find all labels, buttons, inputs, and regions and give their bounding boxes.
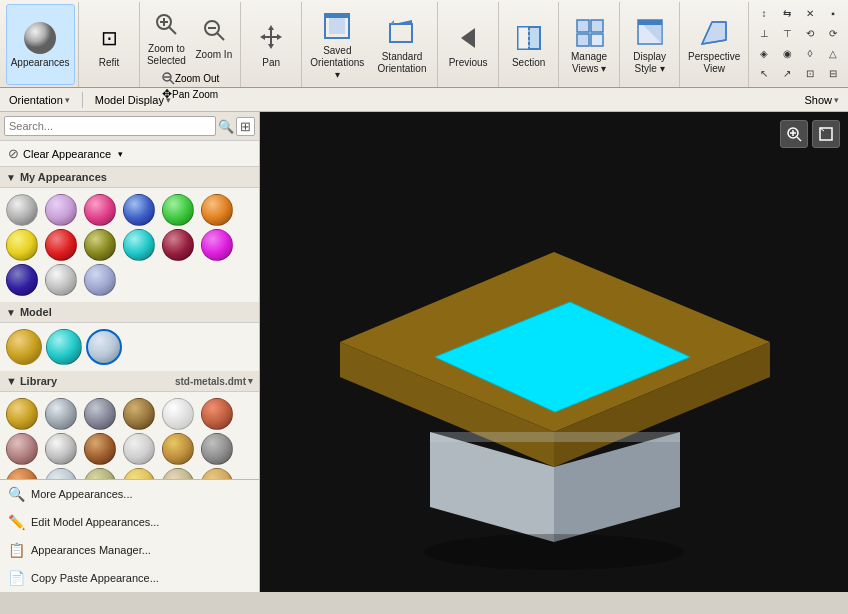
model-display-dropdown[interactable]: Model Display ▾ bbox=[90, 92, 176, 108]
orientation-dropdown[interactable]: Orientation ▾ bbox=[4, 92, 75, 108]
view-toggle-button[interactable]: ⊞ bbox=[236, 117, 255, 136]
perspective-button[interactable]: PerspectiveView bbox=[684, 4, 744, 85]
lib-ball-aluminum[interactable] bbox=[123, 433, 155, 465]
svg-marker-14 bbox=[461, 28, 475, 48]
lib-ball-steel[interactable] bbox=[84, 398, 116, 430]
lib-ball-chrome[interactable] bbox=[45, 433, 77, 465]
ball-light-silver[interactable] bbox=[45, 264, 77, 296]
ball-blue-gray[interactable] bbox=[84, 264, 116, 296]
more-appearances-item[interactable]: 🔍 More Appearances... bbox=[0, 480, 259, 508]
svg-rect-13 bbox=[390, 24, 412, 42]
zoom-fit-btn[interactable] bbox=[780, 120, 808, 148]
ball-silver[interactable] bbox=[6, 194, 38, 226]
tr-btn-2[interactable]: ⇆ bbox=[776, 4, 798, 22]
panel-scroll: ▼ My Appearances bbox=[0, 167, 259, 479]
lib-ball-gray[interactable] bbox=[201, 433, 233, 465]
tr-btn-8[interactable]: ⟳ bbox=[822, 24, 844, 42]
model-ball-blue-gray[interactable] bbox=[86, 329, 122, 365]
standard-orientation-button[interactable]: StandardOrientation bbox=[371, 4, 434, 85]
tr-btn-1[interactable]: ↕ bbox=[753, 4, 775, 22]
zoom-to-selected-button[interactable]: Zoom toSelected bbox=[144, 4, 189, 69]
tr-btn-5[interactable]: ⊥ bbox=[753, 24, 775, 42]
lib-ball-gold[interactable] bbox=[6, 398, 38, 430]
lib-ball-bronze2[interactable] bbox=[201, 468, 233, 479]
ball-pink[interactable] bbox=[84, 194, 116, 226]
appearances-manager-item[interactable]: 📋 Appearances Manager... bbox=[0, 536, 259, 564]
ball-olive[interactable] bbox=[84, 229, 116, 261]
model-ball-gold[interactable] bbox=[6, 329, 42, 365]
lib-ball-blue-steel[interactable] bbox=[45, 468, 77, 479]
section-button[interactable]: Section bbox=[503, 4, 555, 85]
svg-point-39 bbox=[424, 534, 684, 570]
tr-btn-3[interactable]: ✕ bbox=[799, 4, 821, 22]
ball-dark-red[interactable] bbox=[162, 229, 194, 261]
model-ball-cyan[interactable] bbox=[46, 329, 82, 365]
model-section-header[interactable]: ▼ Model bbox=[0, 302, 259, 323]
tr-btn-6[interactable]: ⊤ bbox=[776, 24, 798, 42]
tr-btn-16[interactable]: ⊟ bbox=[822, 64, 844, 82]
saved-orientations-button[interactable]: SavedOrientations ▾ bbox=[306, 4, 369, 85]
copy-paste-appearance-item[interactable]: 📄 Copy Paste Appearance... bbox=[0, 564, 259, 592]
svg-rect-18 bbox=[577, 20, 589, 32]
tr-btn-13[interactable]: ↖ bbox=[753, 64, 775, 82]
edit-model-appearances-item[interactable]: ✏️ Edit Model Appearances... bbox=[0, 508, 259, 536]
lib-ball-copper-dark[interactable] bbox=[201, 398, 233, 430]
library-section-header[interactable]: ▼ Library std-metals.dmt ▾ bbox=[0, 371, 259, 392]
ball-lavender[interactable] bbox=[45, 194, 77, 226]
ball-magenta[interactable] bbox=[201, 229, 233, 261]
ball-dark-blue[interactable] bbox=[6, 264, 38, 296]
tr-btn-14[interactable]: ↗ bbox=[776, 64, 798, 82]
right-row-2: ⊥ ⊤ ⟲ ⟳ bbox=[753, 24, 844, 42]
clear-appearance-button[interactable]: ⊘ Clear Appearance ▾ bbox=[0, 141, 259, 167]
pan-group: Pan bbox=[241, 2, 302, 87]
ball-red[interactable] bbox=[45, 229, 77, 261]
lib-ball-copper[interactable] bbox=[6, 468, 38, 479]
sec-divider-1 bbox=[82, 92, 83, 108]
tr-btn-7[interactable]: ⟲ bbox=[799, 24, 821, 42]
display-style-label: DisplayStyle ▾ bbox=[633, 51, 666, 75]
lib-ball-silver1[interactable] bbox=[45, 398, 77, 430]
search-button[interactable]: 🔍 bbox=[218, 119, 234, 134]
previous-button[interactable]: Previous bbox=[442, 4, 494, 85]
ball-orange[interactable] bbox=[201, 194, 233, 226]
lib-ball-bronze[interactable] bbox=[123, 398, 155, 430]
lib-ball-khaki[interactable] bbox=[84, 468, 116, 479]
pan-button[interactable]: Pan bbox=[245, 4, 297, 85]
lib-ball-brass[interactable] bbox=[84, 433, 116, 465]
section-label: Section bbox=[512, 57, 545, 69]
appearances-button[interactable]: Appearances bbox=[6, 4, 75, 85]
svg-rect-19 bbox=[591, 20, 603, 32]
my-appearances-label: My Appearances bbox=[20, 171, 107, 183]
zoom-out-label: Zoom Out bbox=[175, 73, 219, 84]
ball-yellow[interactable] bbox=[6, 229, 38, 261]
search-input[interactable] bbox=[4, 116, 216, 136]
tr-btn-4[interactable]: ▪ bbox=[822, 4, 844, 22]
lib-ball-white[interactable] bbox=[162, 398, 194, 430]
ball-cyan[interactable] bbox=[123, 229, 155, 261]
show-dropdown[interactable]: Show ▾ bbox=[799, 92, 844, 108]
manage-views-button[interactable]: ManageViews ▾ bbox=[563, 4, 615, 85]
lib-ball-gold2[interactable] bbox=[162, 433, 194, 465]
svg-rect-21 bbox=[591, 34, 603, 46]
zoom-in-button[interactable]: Zoom In bbox=[191, 10, 236, 63]
appearances-group: Appearances bbox=[2, 2, 79, 87]
copy-paste-icon: 📄 bbox=[8, 570, 25, 586]
tr-btn-12[interactable]: △ bbox=[822, 44, 844, 62]
tr-btn-9[interactable]: ◈ bbox=[753, 44, 775, 62]
zoom-out-button[interactable]: Zoom Out bbox=[157, 70, 223, 86]
manage-views-label: ManageViews ▾ bbox=[571, 51, 607, 75]
display-style-button[interactable]: DisplayStyle ▾ bbox=[624, 4, 676, 85]
model-chevron: ▼ bbox=[6, 307, 16, 318]
lib-ball-gold3[interactable] bbox=[123, 468, 155, 479]
viewport[interactable] bbox=[260, 112, 848, 592]
tr-btn-15[interactable]: ⊡ bbox=[799, 64, 821, 82]
lib-ball-tan[interactable] bbox=[162, 468, 194, 479]
tr-btn-10[interactable]: ◉ bbox=[776, 44, 798, 62]
ball-blue[interactable] bbox=[123, 194, 155, 226]
lib-ball-pink-metal[interactable] bbox=[6, 433, 38, 465]
tr-btn-11[interactable]: ◊ bbox=[799, 44, 821, 62]
ball-green[interactable] bbox=[162, 194, 194, 226]
view-cube-btn[interactable] bbox=[812, 120, 840, 148]
my-appearances-section-header[interactable]: ▼ My Appearances bbox=[0, 167, 259, 188]
refit-button[interactable]: ⊡ Refit bbox=[83, 4, 135, 85]
